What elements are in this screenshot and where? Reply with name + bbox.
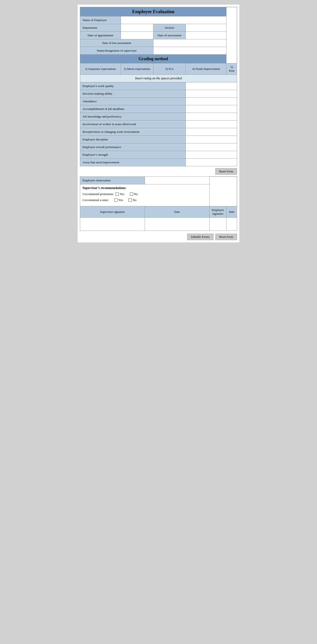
- observation-input[interactable]: [147, 178, 207, 182]
- observation-label: Employee observation: [80, 177, 145, 184]
- editable-forms-button[interactable]: Editable Forms: [187, 234, 214, 240]
- rating-8-input[interactable]: [188, 138, 235, 141]
- promotion-yes-label: Yes: [120, 192, 124, 196]
- rating-2-input[interactable]: [188, 92, 235, 96]
- section-value[interactable]: [186, 24, 226, 32]
- employee-sig-header: Employee signature: [209, 206, 226, 218]
- rating-item-2-label: Decision making ability: [80, 90, 186, 98]
- rating-item-5-value[interactable]: [186, 113, 237, 120]
- appointment-input[interactable]: [123, 34, 151, 37]
- promotion-yes-checkbox[interactable]: [115, 192, 119, 196]
- rating-item-1-label: Employee’s work quality: [80, 82, 186, 90]
- supervisor-date-header: Date: [145, 206, 209, 218]
- rating-item-6-value[interactable]: [186, 120, 237, 128]
- reset-container: Reset Form: [80, 168, 237, 175]
- rating-item-11-label: Areas that need improvement: [80, 159, 186, 166]
- rating-7-input[interactable]: [188, 130, 235, 134]
- raise-no-label: No: [133, 198, 137, 202]
- rating-item-4-value[interactable]: [186, 105, 237, 113]
- raise-row: I recommend a raise: Yes No: [82, 198, 207, 202]
- rating-item-8-value[interactable]: [186, 136, 237, 144]
- grade-3: 3) N/A: [153, 64, 186, 75]
- rating-item-4-label: Accomplishment of job deadlines: [80, 105, 186, 113]
- rating-item-3-label: Attendance: [80, 98, 186, 105]
- raise-yes-label: Yes: [118, 198, 123, 202]
- instruction: Insert rating on the spaces provided: [80, 75, 237, 82]
- name-input[interactable]: [123, 18, 224, 22]
- promotion-no-container[interactable]: No: [130, 192, 138, 196]
- rating-10-input[interactable]: [188, 153, 235, 156]
- rating-item-11-value[interactable]: [186, 159, 237, 166]
- raise-no-container[interactable]: No: [128, 198, 137, 202]
- supervisor-value[interactable]: [153, 47, 226, 54]
- rating-item-5-label: Job knowledge and proficiency: [80, 113, 186, 120]
- rating-1-input[interactable]: [188, 84, 235, 88]
- rating-item-10-value[interactable]: [186, 151, 237, 159]
- observation-value[interactable]: [145, 177, 209, 184]
- employee-sig-value[interactable]: [209, 218, 226, 231]
- appointment-value[interactable]: [121, 32, 153, 39]
- rating-item-7-label: Receptiveness to changing work environme…: [80, 128, 186, 136]
- rating-9-input[interactable]: [188, 145, 235, 149]
- raise-yes-checkbox[interactable]: [114, 198, 118, 202]
- grade-5: 5) Poor: [226, 64, 237, 75]
- department-value[interactable]: [121, 24, 153, 32]
- department-label: Department: [80, 24, 121, 32]
- form-title: Employee Evaluation: [80, 7, 226, 16]
- supervisor-date-value[interactable]: [145, 218, 209, 231]
- grading-title: Grading method: [80, 54, 226, 64]
- rating-item-10-label: Employee’s strength: [80, 151, 186, 159]
- supervisor-label: Name/designation of supervisor: [80, 47, 153, 54]
- rating-item-8-label: Employee discipline: [80, 136, 186, 144]
- name-value[interactable]: [121, 16, 226, 24]
- rating-3-input[interactable]: [188, 100, 235, 103]
- rating-item-3-value[interactable]: [186, 98, 237, 105]
- last-assessment-value[interactable]: [153, 39, 226, 47]
- employee-date-value[interactable]: [226, 218, 237, 231]
- rating-4-input[interactable]: [188, 107, 235, 111]
- rating-6-input[interactable]: [188, 122, 235, 126]
- supervisor-input[interactable]: [156, 49, 224, 52]
- supervisor-date-input[interactable]: [147, 220, 207, 229]
- promotion-yes-container[interactable]: Yes: [115, 192, 124, 196]
- rating-item-1-value[interactable]: [186, 82, 237, 90]
- promotion-no-label: No: [134, 192, 138, 196]
- raise-no-checkbox[interactable]: [128, 198, 132, 202]
- assessment-date-input[interactable]: [188, 34, 224, 37]
- last-assessment-input[interactable]: [156, 41, 224, 45]
- reset-form-button-1[interactable]: Reset Form: [215, 168, 237, 175]
- section-input[interactable]: [188, 26, 224, 30]
- rating-11-input[interactable]: [188, 160, 235, 164]
- promotion-label: I recommend promotion:: [82, 192, 114, 196]
- grade-4: 4) Needs Improvement: [186, 64, 226, 75]
- raise-yes-container[interactable]: Yes: [114, 198, 123, 202]
- grade-1: 1) Surpasses expectations: [80, 64, 121, 75]
- assessment-date-label: Date of assessment: [153, 32, 186, 39]
- grade-2: 2) Meets expectations: [121, 64, 153, 75]
- assessment-date-value[interactable]: [186, 32, 226, 39]
- appointment-label: Date of appointment: [80, 32, 121, 39]
- rating-item-2-value[interactable]: [186, 90, 237, 98]
- reset-form-button-2[interactable]: Reset Form: [215, 234, 237, 240]
- supervisor-sig-header: Supervisor signature: [80, 206, 145, 218]
- promotion-no-checkbox[interactable]: [130, 192, 133, 196]
- promotion-row: I recommend promotion: Yes No: [82, 192, 207, 196]
- employee-date-header: Date: [226, 206, 237, 218]
- employee-date-input[interactable]: [229, 220, 235, 229]
- supervisor-sig-value[interactable]: [80, 218, 145, 231]
- recommendations-title: Supervisor’s recommendations:: [82, 186, 207, 190]
- rating-5-input[interactable]: [188, 115, 235, 118]
- supervisor-sig-input[interactable]: [82, 220, 142, 229]
- rating-item-6-label: Involvement of worker in team effort/wor…: [80, 120, 186, 128]
- name-label: Name of Employee: [80, 16, 121, 24]
- section-label: Section: [153, 24, 186, 32]
- rating-item-9-label: Employee overall performance: [80, 144, 186, 151]
- department-input[interactable]: [123, 26, 151, 30]
- raise-label: I recommend a raise:: [82, 198, 109, 202]
- bottom-buttons: Editable Forms Reset Form: [80, 234, 237, 240]
- employee-sig-input[interactable]: [212, 220, 224, 229]
- recommendations-cell: Supervisor’s recommendations: I recommen…: [80, 184, 210, 206]
- rating-item-9-value[interactable]: [186, 144, 237, 151]
- rating-item-7-value[interactable]: [186, 128, 237, 136]
- last-assessment-label: Date of last assessment: [80, 39, 153, 47]
